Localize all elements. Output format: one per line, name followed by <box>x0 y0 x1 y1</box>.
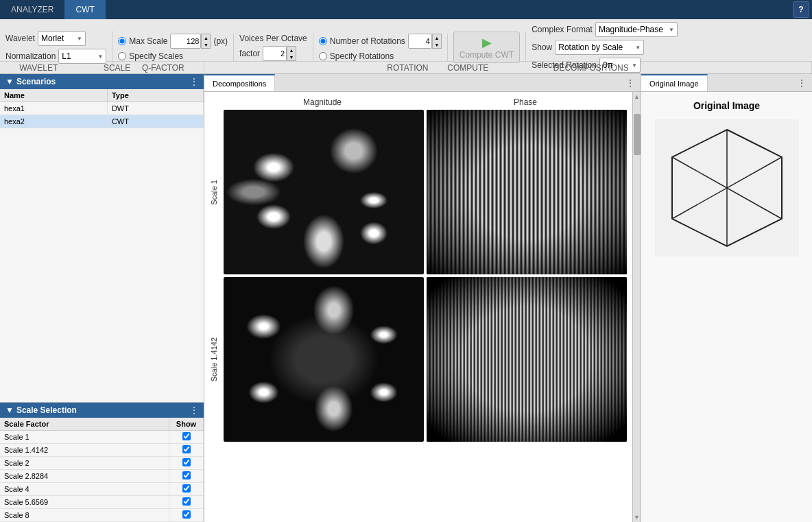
scale1-4142-magnitude-image <box>224 277 424 442</box>
scale-show-check[interactable] <box>169 457 204 470</box>
show-value: Rotation by Scale <box>558 43 623 52</box>
max-scale-radio[interactable] <box>118 37 126 45</box>
table-row[interactable]: hexa1 DWT <box>0 102 204 115</box>
list-item[interactable]: Scale 1.4142 <box>0 444 204 457</box>
list-item[interactable]: Scale 4 <box>0 483 204 496</box>
scale-show-check[interactable] <box>169 444 204 457</box>
scenario-name: hexa1 <box>0 102 107 115</box>
complex-format-arrow-icon: ▼ <box>669 27 674 33</box>
rotation-spinbox: ▲ ▼ <box>408 34 442 49</box>
scale-table: Scale Factor Show Scale 1 Scale 1.4142 S… <box>0 418 204 522</box>
list-item[interactable]: Scale 2 <box>0 457 204 470</box>
phase-label: Phase <box>424 97 627 107</box>
list-item[interactable]: Scale 5.6569 <box>0 496 204 509</box>
scenarios-col-type: Type <box>107 89 203 102</box>
q-factor-group: Voices Per Octave factor ▲ ▼ <box>239 34 313 61</box>
list-item[interactable]: Scale 2.8284 <box>0 470 204 483</box>
tab-cwt[interactable]: CWT <box>64 0 105 19</box>
specify-rotations-label: Specify Rotations <box>330 51 394 61</box>
number-of-rotations-label: Number of Rotations <box>330 36 405 46</box>
factor-spinbox: ▲ ▼ <box>263 46 296 61</box>
scale1-4142-phase-image <box>427 277 627 442</box>
rotation-up-arrow[interactable]: ▲ <box>433 34 441 41</box>
wavelet-arrow-icon: ▼ <box>77 36 82 42</box>
help-button[interactable]: ? <box>793 1 809 18</box>
scale-group: Max Scale 128 ▲ ▼ (px) Specify Scales <box>118 34 234 61</box>
scale-factor: Scale 1.4142 <box>0 444 169 457</box>
tab-original-image[interactable]: Original Image <box>641 74 708 91</box>
complex-format-label: Complex Format <box>532 25 593 34</box>
original-image-display <box>655 119 799 257</box>
title-bar: ANALYZER CWT ? <box>0 0 812 19</box>
tab-decompositions[interactable]: Decompositions <box>204 74 275 91</box>
scenario-name: hexa2 <box>0 115 107 128</box>
show-dropdown[interactable]: Rotation by Scale ▼ <box>555 40 644 55</box>
scale-factor: Scale 5.6569 <box>0 496 169 509</box>
rotation-group: Number of Rotations ▲ ▼ Specify Rotation… <box>319 34 448 61</box>
tab-analyzer[interactable]: ANALYZER <box>0 0 64 19</box>
decomp-row-scale1-4142: Scale 1.4142 <box>210 277 627 442</box>
scale-selection-header[interactable]: ▼ Scale Selection ⋮ <box>0 403 204 418</box>
max-scale-up-arrow[interactable]: ▲ <box>202 34 210 41</box>
wavelet-dropdown[interactable]: Morlet ▼ <box>38 31 86 46</box>
scale1-row-label: Scale 1 <box>210 180 221 205</box>
scale-show-check[interactable] <box>169 470 204 483</box>
normalization-value: L1 <box>62 51 71 61</box>
factor-label: factor <box>239 49 260 58</box>
scale1-4142-row-label: Scale 1.4142 <box>210 337 221 381</box>
max-scale-unit: (px) <box>213 36 228 46</box>
scenarios-table: Name Type hexa1 DWT hexa2 CWT <box>0 89 204 128</box>
max-scale-down-arrow[interactable]: ▼ <box>202 41 210 48</box>
center-panel-tabs: Decompositions ⋮ <box>204 74 641 92</box>
max-scale-input[interactable]: 128 <box>170 34 201 49</box>
center-panel-menu-icon[interactable]: ⋮ <box>620 78 641 88</box>
number-of-rotations-radio[interactable] <box>319 37 327 45</box>
right-panel-menu-icon[interactable]: ⋮ <box>791 78 812 88</box>
left-panel: ▼ Scenarios ⋮ Name Type hexa1 DWT <box>0 74 204 522</box>
max-scale-label: Max Scale <box>129 36 167 46</box>
specify-scales-radio[interactable] <box>118 52 126 60</box>
normalization-label: Normalization <box>5 51 56 61</box>
scenarios-menu-icon[interactable]: ⋮ <box>190 77 198 86</box>
rotation-input[interactable] <box>408 34 432 49</box>
scale-factor: Scale 2.8284 <box>0 470 169 483</box>
scale-selection-menu-icon[interactable]: ⋮ <box>190 405 198 415</box>
table-row[interactable]: hexa2 CWT <box>0 115 204 128</box>
scroll-thumb[interactable] <box>634 114 641 155</box>
list-item[interactable]: Scale 8 <box>0 509 204 522</box>
right-panel-content: Original Image <box>641 92 812 522</box>
decomp-column-headers: Magnitude Phase <box>210 97 627 107</box>
show-label: Show <box>532 43 552 52</box>
scale-show-check[interactable] <box>169 431 204 444</box>
decomp-rows: Scale 1 Scale 1.4142 <box>210 110 627 442</box>
toolbar: Wavelet Morlet ▼ Normalization L1 ▼ Max … <box>0 19 812 62</box>
factor-up-arrow[interactable]: ▲ <box>287 47 296 54</box>
factor-input[interactable] <box>263 46 287 61</box>
scenarios-col-name: Name <box>0 89 107 102</box>
specify-scales-label: Specify Scales <box>129 51 183 61</box>
specify-rotations-radio[interactable] <box>319 52 327 60</box>
right-panel: Original Image ⋮ Original Image <box>641 74 812 522</box>
decomp-images-scale1 <box>224 110 627 274</box>
compute-cwt-label: Compute CWT <box>459 50 514 60</box>
scale-selection-title: ▼ Scale Selection <box>5 405 77 415</box>
scenarios-container: Name Type hexa1 DWT hexa2 CWT <box>0 89 204 402</box>
scale-show-check[interactable] <box>169 483 204 496</box>
compute-cwt-button[interactable]: ▶ Compute CWT <box>453 32 520 63</box>
magnitude-label: Magnitude <box>221 97 424 107</box>
scale-show-check[interactable] <box>169 509 204 522</box>
wavelet-group: Wavelet Morlet ▼ Normalization L1 ▼ <box>5 31 112 64</box>
compute-play-icon: ▶ <box>482 35 492 50</box>
vertical-scrollbar[interactable]: ▲ ▼ <box>632 92 641 522</box>
scenarios-header[interactable]: ▼ Scenarios ⋮ <box>0 74 204 89</box>
rotation-down-arrow[interactable]: ▼ <box>433 41 441 48</box>
list-item[interactable]: Scale 1 <box>0 431 204 444</box>
scale-col-show: Show <box>169 418 204 431</box>
factor-down-arrow[interactable]: ▼ <box>287 54 296 60</box>
scale-selection: ▼ Scale Selection ⋮ Scale Factor Show Sc… <box>0 402 204 522</box>
scale-show-check[interactable] <box>169 496 204 509</box>
section-labels: WAVELET SCALE Q-FACTOR ROTATION COMPUTE … <box>0 62 812 74</box>
complex-format-dropdown[interactable]: Magnitude-Phase ▼ <box>595 22 678 37</box>
max-scale-spinbox: 128 ▲ ▼ <box>170 34 211 49</box>
scenario-type: DWT <box>107 102 203 115</box>
